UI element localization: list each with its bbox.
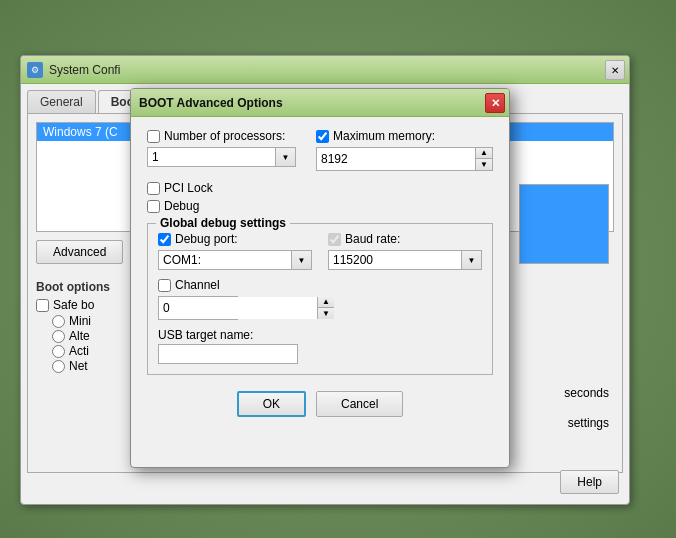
help-button[interactable]: Help [560, 470, 619, 494]
safe-boot-checkbox[interactable] [36, 299, 49, 312]
debug-2col: Debug port: COM1: ▼ Baud rate: 115200 [158, 232, 482, 270]
tab-general[interactable]: General [27, 90, 96, 113]
debug-port-value: COM1: [159, 251, 291, 269]
baud-rate-label: Baud rate: [345, 232, 400, 246]
dialog-buttons: OK Cancel [147, 391, 493, 417]
timeout-label: seconds [564, 386, 609, 400]
max-memory-spinner[interactable]: ▲ ▼ [316, 147, 493, 171]
max-memory-input[interactable] [317, 148, 475, 170]
num-processors-label-row: Number of processors: [147, 129, 296, 143]
usb-target-section: USB target name: [158, 328, 482, 364]
bg-close-btn[interactable]: ✕ [605, 60, 625, 80]
advanced-button[interactable]: Advanced [36, 240, 123, 264]
baud-rate-select[interactable]: 115200 ▼ [328, 250, 482, 270]
num-processors-arrow[interactable]: ▼ [275, 148, 295, 166]
bg-titlebar: ⚙ System Confi ✕ [21, 56, 629, 84]
debug-port-select[interactable]: COM1: ▼ [158, 250, 312, 270]
network-label: Net [69, 359, 88, 373]
channel-checkbox[interactable] [158, 279, 171, 292]
settings-label: settings [568, 416, 609, 430]
channel-spinner-btns: ▲ ▼ [317, 297, 334, 319]
dialog-title: BOOT Advanced Options [139, 96, 283, 110]
baud-rate-col: Baud rate: 115200 ▼ [328, 232, 482, 270]
num-processors-col: Number of processors: 1 ▼ [147, 129, 296, 171]
max-memory-checkbox[interactable] [316, 130, 329, 143]
channel-spinner[interactable]: ▲ ▼ [158, 296, 238, 320]
debug-port-label-row: Debug port: [158, 232, 312, 246]
ok-button[interactable]: OK [237, 391, 306, 417]
pci-lock-checkbox[interactable] [147, 182, 160, 195]
bg-bottom-buttons: Help [560, 470, 619, 494]
num-processors-select[interactable]: 1 ▼ [147, 147, 296, 167]
debug-port-col: Debug port: COM1: ▼ [158, 232, 312, 270]
debug-port-checkbox[interactable] [158, 233, 171, 246]
usb-target-input[interactable] [158, 344, 298, 364]
dialog-close-button[interactable]: ✕ [485, 93, 505, 113]
baud-rate-label-row: Baud rate: [328, 232, 482, 246]
max-memory-label: Maximum memory: [333, 129, 435, 143]
boot-advanced-dialog: BOOT Advanced Options ✕ Number of proces… [130, 88, 510, 468]
usb-target-label: USB target name: [158, 328, 482, 342]
channel-up-btn[interactable]: ▲ [318, 297, 334, 308]
max-memory-down-btn[interactable]: ▼ [476, 159, 492, 170]
max-memory-label-row: Maximum memory: [316, 129, 493, 143]
baud-rate-value: 115200 [329, 251, 461, 269]
global-debug-legend: Global debug settings [156, 216, 290, 230]
cancel-button[interactable]: Cancel [316, 391, 403, 417]
pci-lock-row: PCI Lock [147, 181, 493, 195]
pci-lock-label: PCI Lock [164, 181, 213, 195]
dialog-body: Number of processors: 1 ▼ Maximum memory… [131, 117, 509, 429]
channel-label: Channel [175, 278, 220, 292]
channel-label-row: Channel [158, 278, 482, 292]
alternate-radio[interactable] [52, 330, 65, 343]
max-memory-col: Maximum memory: ▲ ▼ [316, 129, 493, 171]
safe-boot-label: Safe bo [53, 298, 94, 312]
network-radio[interactable] [52, 360, 65, 373]
bg-app-icon: ⚙ [27, 62, 43, 78]
debug-row: Debug [147, 199, 493, 213]
minimal-radio[interactable] [52, 315, 65, 328]
channel-input[interactable] [159, 297, 317, 319]
minimal-label: Mini [69, 314, 91, 328]
num-processors-label: Number of processors: [164, 129, 285, 143]
top-options-row: Number of processors: 1 ▼ Maximum memory… [147, 129, 493, 171]
debug-label: Debug [164, 199, 199, 213]
channel-down-btn[interactable]: ▼ [318, 308, 334, 319]
activedirectory-radio[interactable] [52, 345, 65, 358]
dialog-titlebar: BOOT Advanced Options ✕ [131, 89, 509, 117]
channel-section: Channel ▲ ▼ [158, 278, 482, 320]
baud-rate-arrow[interactable]: ▼ [461, 251, 481, 269]
global-debug-group: Global debug settings Debug port: COM1: … [147, 223, 493, 375]
debug-checkbox[interactable] [147, 200, 160, 213]
activedirectory-label: Acti [69, 344, 89, 358]
num-processors-checkbox[interactable] [147, 130, 160, 143]
bg-window-controls: ✕ [605, 60, 625, 80]
num-processors-value: 1 [148, 148, 275, 166]
debug-port-arrow[interactable]: ▼ [291, 251, 311, 269]
bg-title: System Confi [49, 63, 120, 77]
debug-port-label: Debug port: [175, 232, 238, 246]
max-memory-spinner-btns: ▲ ▼ [475, 148, 492, 170]
baud-rate-checkbox [328, 233, 341, 246]
max-memory-up-btn[interactable]: ▲ [476, 148, 492, 159]
right-list-box [519, 184, 609, 264]
alternate-label: Alte [69, 329, 90, 343]
